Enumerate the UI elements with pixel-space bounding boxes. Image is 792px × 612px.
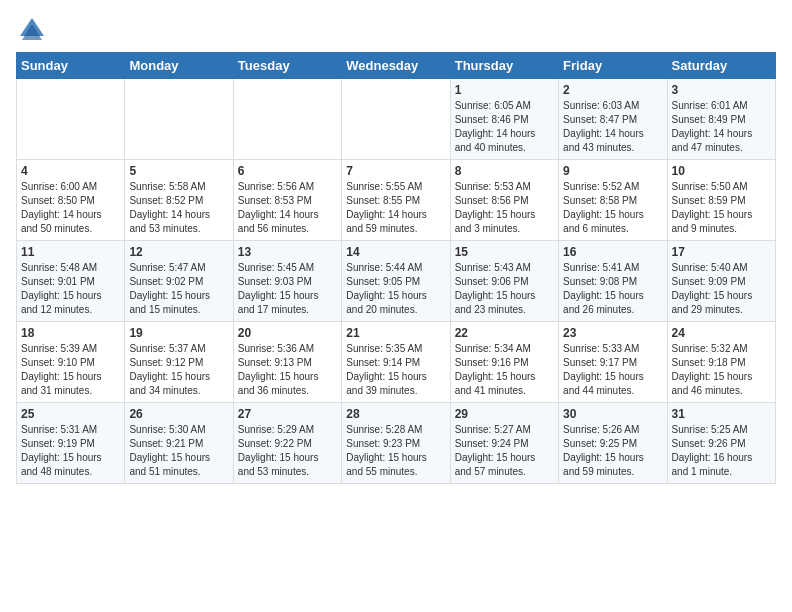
day-info: Sunrise: 5:36 AM Sunset: 9:13 PM Dayligh… [238,342,337,398]
calendar-cell: 12Sunrise: 5:47 AM Sunset: 9:02 PM Dayli… [125,241,233,322]
day-number: 20 [238,326,337,340]
logo [16,16,46,44]
day-info: Sunrise: 6:03 AM Sunset: 8:47 PM Dayligh… [563,99,662,155]
day-number: 8 [455,164,554,178]
header-monday: Monday [125,53,233,79]
day-info: Sunrise: 5:52 AM Sunset: 8:58 PM Dayligh… [563,180,662,236]
calendar-cell: 6Sunrise: 5:56 AM Sunset: 8:53 PM Daylig… [233,160,341,241]
day-number: 14 [346,245,445,259]
calendar-cell: 21Sunrise: 5:35 AM Sunset: 9:14 PM Dayli… [342,322,450,403]
day-number: 22 [455,326,554,340]
day-number: 21 [346,326,445,340]
day-number: 3 [672,83,771,97]
day-info: Sunrise: 5:37 AM Sunset: 9:12 PM Dayligh… [129,342,228,398]
day-number: 7 [346,164,445,178]
day-number: 17 [672,245,771,259]
calendar-cell: 22Sunrise: 5:34 AM Sunset: 9:16 PM Dayli… [450,322,558,403]
day-info: Sunrise: 5:25 AM Sunset: 9:26 PM Dayligh… [672,423,771,479]
day-number: 9 [563,164,662,178]
calendar-cell: 29Sunrise: 5:27 AM Sunset: 9:24 PM Dayli… [450,403,558,484]
day-number: 1 [455,83,554,97]
calendar-cell: 19Sunrise: 5:37 AM Sunset: 9:12 PM Dayli… [125,322,233,403]
day-number: 11 [21,245,120,259]
day-info: Sunrise: 5:41 AM Sunset: 9:08 PM Dayligh… [563,261,662,317]
calendar-cell: 20Sunrise: 5:36 AM Sunset: 9:13 PM Dayli… [233,322,341,403]
calendar-cell: 25Sunrise: 5:31 AM Sunset: 9:19 PM Dayli… [17,403,125,484]
day-info: Sunrise: 6:00 AM Sunset: 8:50 PM Dayligh… [21,180,120,236]
day-info: Sunrise: 5:53 AM Sunset: 8:56 PM Dayligh… [455,180,554,236]
day-info: Sunrise: 5:27 AM Sunset: 9:24 PM Dayligh… [455,423,554,479]
day-info: Sunrise: 5:26 AM Sunset: 9:25 PM Dayligh… [563,423,662,479]
calendar-week-1: 1Sunrise: 6:05 AM Sunset: 8:46 PM Daylig… [17,79,776,160]
calendar-cell: 17Sunrise: 5:40 AM Sunset: 9:09 PM Dayli… [667,241,775,322]
day-number: 30 [563,407,662,421]
day-info: Sunrise: 5:48 AM Sunset: 9:01 PM Dayligh… [21,261,120,317]
calendar-cell: 2Sunrise: 6:03 AM Sunset: 8:47 PM Daylig… [559,79,667,160]
calendar-cell: 15Sunrise: 5:43 AM Sunset: 9:06 PM Dayli… [450,241,558,322]
day-info: Sunrise: 6:05 AM Sunset: 8:46 PM Dayligh… [455,99,554,155]
calendar-cell: 30Sunrise: 5:26 AM Sunset: 9:25 PM Dayli… [559,403,667,484]
logo-icon [18,16,46,44]
day-number: 6 [238,164,337,178]
calendar-cell: 13Sunrise: 5:45 AM Sunset: 9:03 PM Dayli… [233,241,341,322]
day-number: 26 [129,407,228,421]
day-number: 12 [129,245,228,259]
calendar-cell [233,79,341,160]
day-info: Sunrise: 5:30 AM Sunset: 9:21 PM Dayligh… [129,423,228,479]
calendar-cell: 23Sunrise: 5:33 AM Sunset: 9:17 PM Dayli… [559,322,667,403]
calendar-cell: 14Sunrise: 5:44 AM Sunset: 9:05 PM Dayli… [342,241,450,322]
day-info: Sunrise: 5:58 AM Sunset: 8:52 PM Dayligh… [129,180,228,236]
calendar-week-3: 11Sunrise: 5:48 AM Sunset: 9:01 PM Dayli… [17,241,776,322]
calendar-cell: 16Sunrise: 5:41 AM Sunset: 9:08 PM Dayli… [559,241,667,322]
calendar-cell: 8Sunrise: 5:53 AM Sunset: 8:56 PM Daylig… [450,160,558,241]
header-tuesday: Tuesday [233,53,341,79]
day-info: Sunrise: 5:39 AM Sunset: 9:10 PM Dayligh… [21,342,120,398]
header-saturday: Saturday [667,53,775,79]
day-info: Sunrise: 5:47 AM Sunset: 9:02 PM Dayligh… [129,261,228,317]
calendar-cell: 4Sunrise: 6:00 AM Sunset: 8:50 PM Daylig… [17,160,125,241]
calendar-header-row: SundayMondayTuesdayWednesdayThursdayFrid… [17,53,776,79]
day-info: Sunrise: 5:56 AM Sunset: 8:53 PM Dayligh… [238,180,337,236]
day-number: 13 [238,245,337,259]
day-number: 19 [129,326,228,340]
calendar-cell: 9Sunrise: 5:52 AM Sunset: 8:58 PM Daylig… [559,160,667,241]
day-info: Sunrise: 5:29 AM Sunset: 9:22 PM Dayligh… [238,423,337,479]
day-info: Sunrise: 5:45 AM Sunset: 9:03 PM Dayligh… [238,261,337,317]
day-number: 29 [455,407,554,421]
calendar-cell: 28Sunrise: 5:28 AM Sunset: 9:23 PM Dayli… [342,403,450,484]
calendar-cell: 11Sunrise: 5:48 AM Sunset: 9:01 PM Dayli… [17,241,125,322]
day-info: Sunrise: 5:40 AM Sunset: 9:09 PM Dayligh… [672,261,771,317]
calendar-cell: 10Sunrise: 5:50 AM Sunset: 8:59 PM Dayli… [667,160,775,241]
header-friday: Friday [559,53,667,79]
calendar-cell: 24Sunrise: 5:32 AM Sunset: 9:18 PM Dayli… [667,322,775,403]
day-number: 15 [455,245,554,259]
calendar-cell [125,79,233,160]
day-number: 25 [21,407,120,421]
calendar-week-2: 4Sunrise: 6:00 AM Sunset: 8:50 PM Daylig… [17,160,776,241]
calendar-cell: 7Sunrise: 5:55 AM Sunset: 8:55 PM Daylig… [342,160,450,241]
calendar-week-5: 25Sunrise: 5:31 AM Sunset: 9:19 PM Dayli… [17,403,776,484]
day-number: 16 [563,245,662,259]
day-info: Sunrise: 5:34 AM Sunset: 9:16 PM Dayligh… [455,342,554,398]
day-number: 27 [238,407,337,421]
calendar-week-4: 18Sunrise: 5:39 AM Sunset: 9:10 PM Dayli… [17,322,776,403]
day-number: 23 [563,326,662,340]
day-number: 28 [346,407,445,421]
calendar-cell [17,79,125,160]
day-number: 18 [21,326,120,340]
calendar-cell: 3Sunrise: 6:01 AM Sunset: 8:49 PM Daylig… [667,79,775,160]
calendar-cell: 1Sunrise: 6:05 AM Sunset: 8:46 PM Daylig… [450,79,558,160]
day-info: Sunrise: 5:33 AM Sunset: 9:17 PM Dayligh… [563,342,662,398]
day-number: 31 [672,407,771,421]
calendar-cell [342,79,450,160]
day-info: Sunrise: 5:28 AM Sunset: 9:23 PM Dayligh… [346,423,445,479]
calendar-cell: 31Sunrise: 5:25 AM Sunset: 9:26 PM Dayli… [667,403,775,484]
day-info: Sunrise: 5:32 AM Sunset: 9:18 PM Dayligh… [672,342,771,398]
day-info: Sunrise: 5:43 AM Sunset: 9:06 PM Dayligh… [455,261,554,317]
calendar-cell: 18Sunrise: 5:39 AM Sunset: 9:10 PM Dayli… [17,322,125,403]
calendar-table: SundayMondayTuesdayWednesdayThursdayFrid… [16,52,776,484]
day-number: 2 [563,83,662,97]
day-info: Sunrise: 6:01 AM Sunset: 8:49 PM Dayligh… [672,99,771,155]
header-sunday: Sunday [17,53,125,79]
day-info: Sunrise: 5:35 AM Sunset: 9:14 PM Dayligh… [346,342,445,398]
